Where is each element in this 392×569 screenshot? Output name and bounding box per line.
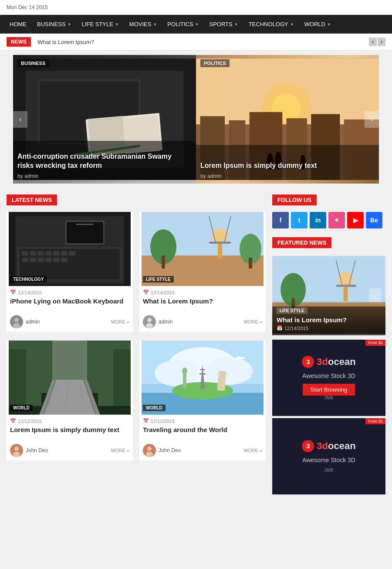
hero-right-author: by admin bbox=[200, 173, 222, 179]
svg-rect-29 bbox=[22, 251, 28, 256]
main-nav: HOME BUSINESS ▼ LIFE STYLE ▼ MOVIES ▼ PO… bbox=[0, 15, 392, 34]
svg-point-98 bbox=[146, 452, 153, 457]
hero-next-button[interactable]: › bbox=[365, 111, 379, 128]
facebook-icon[interactable]: f bbox=[272, 212, 289, 228]
ad-logo-1: 3 3docean bbox=[302, 356, 355, 368]
svg-rect-95 bbox=[237, 357, 245, 359]
chevron-down-icon: ▼ bbox=[68, 22, 71, 27]
calendar-icon-4: 📅 bbox=[143, 418, 149, 424]
svg-point-46 bbox=[14, 318, 19, 322]
svg-point-62 bbox=[146, 323, 153, 328]
card-author-3: John Deo bbox=[10, 444, 48, 457]
card-title-2: What is Lorem Ipsum? bbox=[143, 297, 262, 305]
nav-business[interactable]: BUSINESS ▼ bbox=[32, 15, 77, 34]
chevron-down-icon: ▼ bbox=[290, 22, 294, 27]
card-category-3: WORLD bbox=[10, 405, 33, 411]
ad-corner-1: From $1 bbox=[365, 340, 385, 346]
nav-sports[interactable]: SPORTS ▼ bbox=[204, 15, 243, 34]
nav-lifestyle[interactable]: LIFE STYLE ▼ bbox=[77, 15, 124, 34]
card-img-wrap-3: WORLD bbox=[7, 341, 133, 415]
svg-rect-106 bbox=[336, 285, 356, 287]
nav-movies[interactable]: MOVIES ▼ bbox=[124, 15, 162, 34]
nav-world[interactable]: WORLD ▼ bbox=[299, 15, 336, 34]
nav-technology[interactable]: TECHNOLOGY ▼ bbox=[243, 15, 299, 34]
twitter-icon[interactable]: t bbox=[291, 212, 308, 228]
svg-rect-34 bbox=[61, 251, 68, 256]
svg-rect-35 bbox=[69, 251, 75, 256]
featured-next-button[interactable]: › bbox=[369, 288, 381, 302]
ad-small-text-2: 0MB bbox=[324, 468, 334, 473]
breaking-prev-button[interactable]: ‹ bbox=[369, 37, 377, 46]
world1-card-image bbox=[7, 341, 133, 415]
chevron-down-icon: ▼ bbox=[195, 22, 199, 27]
follow-section: FOLLOW US f t in ✦ ▶ Be bbox=[272, 194, 385, 228]
ad-corner-2: From $1 bbox=[365, 418, 385, 424]
card-title-1: iPhone Lying on MacBook Keyboard bbox=[10, 297, 129, 305]
behance-icon[interactable]: Be bbox=[366, 212, 382, 228]
top-bar: Mon Dec 14 2015 bbox=[0, 0, 392, 15]
breaking-next-button[interactable]: › bbox=[378, 37, 385, 46]
author-avatar-4 bbox=[143, 444, 156, 457]
svg-rect-57 bbox=[162, 256, 165, 269]
svg-point-93 bbox=[182, 368, 187, 375]
svg-rect-40 bbox=[53, 258, 60, 262]
breaking-label: NEWS bbox=[7, 37, 31, 47]
svg-rect-43 bbox=[67, 222, 103, 243]
ad-logo-box-2: 3 bbox=[302, 440, 314, 452]
dribbble-icon[interactable]: ✦ bbox=[328, 212, 345, 228]
svg-rect-30 bbox=[30, 251, 36, 256]
linkedin-icon[interactable]: in bbox=[310, 212, 326, 228]
youtube-icon[interactable]: ▶ bbox=[347, 212, 364, 228]
ad-logo-box-1: 3 bbox=[302, 356, 314, 368]
nav-home[interactable]: HOME bbox=[4, 15, 32, 34]
news-card-lifestyle: LIFE STYLE 📅 12/14/2015 What is Lorem Ip… bbox=[139, 212, 266, 332]
more-link-4[interactable]: MORE bbox=[244, 448, 262, 453]
ad-small-text-1: 0MB bbox=[324, 395, 334, 400]
ad-logo-2: 3 3docean bbox=[302, 440, 355, 452]
news-grid-row1: TECHNOLOGY 📅 12/14/2015 iPhone Lying on … bbox=[7, 212, 266, 332]
featured-overlay: LIFE STYLE What is Lorem Ipsum? 📅 12/14/… bbox=[272, 300, 385, 335]
svg-point-61 bbox=[147, 318, 152, 322]
card-footer-2: admin MORE bbox=[139, 312, 266, 332]
featured-header: FEATURED NEWS bbox=[272, 237, 331, 248]
main-content: LATEST NEWS bbox=[0, 186, 392, 503]
svg-rect-41 bbox=[61, 258, 68, 262]
svg-rect-39 bbox=[45, 258, 52, 262]
chevron-down-icon: ▼ bbox=[234, 22, 238, 27]
card-footer-4: John Deo MORE bbox=[139, 440, 266, 460]
svg-rect-37 bbox=[30, 258, 36, 262]
breaking-text: What is Lorem Ipsum? bbox=[37, 39, 94, 45]
card-body-2: 📅 12/14/2015 What is Lorem Ipsum? bbox=[139, 286, 266, 312]
ad-brand-2: 3docean bbox=[317, 440, 355, 452]
hero-left-badge: BUSINESS bbox=[17, 59, 49, 67]
author-avatar-3 bbox=[10, 444, 23, 457]
svg-rect-69 bbox=[98, 358, 113, 406]
card-title-3: Lorem Ipsum is simply dummy text bbox=[10, 426, 129, 433]
svg-rect-103 bbox=[344, 287, 348, 302]
featured-card: LIFE STYLE What is Lorem Ipsum? 📅 12/14/… bbox=[272, 255, 385, 335]
breaking-nav: ‹ › bbox=[369, 37, 385, 46]
follow-header: FOLLOW US bbox=[272, 194, 317, 205]
nav-politics[interactable]: POLITICS ▼ bbox=[162, 15, 204, 34]
date-display: Mon Dec 14 2015 bbox=[7, 4, 48, 10]
news-card-technology: TECHNOLOGY 📅 12/14/2015 iPhone Lying on … bbox=[7, 212, 133, 332]
author-avatar-1 bbox=[10, 315, 23, 328]
svg-point-84 bbox=[155, 360, 198, 386]
lifestyle-card-image bbox=[139, 212, 266, 286]
featured-title: What is Lorem Ipsum? bbox=[277, 316, 381, 324]
more-link-3[interactable]: MORE bbox=[111, 448, 129, 453]
content-left: LATEST NEWS bbox=[7, 194, 266, 494]
more-link-2[interactable]: MORE bbox=[244, 319, 262, 324]
ad-subtitle-1: Awesome Stock 3D bbox=[302, 372, 355, 379]
hero-left-author: by admin bbox=[17, 173, 39, 179]
card-author-4: John Deo bbox=[143, 444, 181, 457]
svg-point-51 bbox=[212, 228, 228, 244]
author-name-1: admin bbox=[26, 319, 40, 325]
svg-rect-68 bbox=[26, 358, 41, 406]
ad-browse-button[interactable]: Start Browsing bbox=[303, 384, 355, 395]
more-link-1[interactable]: MORE bbox=[111, 319, 129, 324]
svg-point-80 bbox=[13, 452, 20, 457]
card-author-2: admin bbox=[143, 315, 173, 328]
chevron-down-icon: ▼ bbox=[115, 22, 119, 27]
hero-prev-button[interactable]: ‹ bbox=[13, 111, 27, 128]
